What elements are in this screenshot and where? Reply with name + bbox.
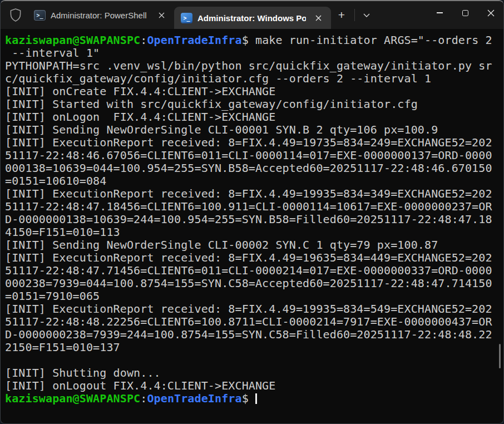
titlebar-drag-region xyxy=(376,1,427,29)
terminal-line: D-0000000138=10639=244=100.954=255=SYN.B… xyxy=(5,213,499,226)
tab-close-icon[interactable] xyxy=(154,8,169,22)
terminal-line: [INIT] onLogout FIX.4.4:CLIENT->EXCHANGE xyxy=(5,379,499,392)
terminal-line: 51117-22:48:48.22256=CLIENT6=100.8711=CL… xyxy=(5,315,499,328)
terminal-line: [INIT] ExecutionReport received: 8=FIX.4… xyxy=(5,136,499,149)
tab-close-icon[interactable] xyxy=(311,11,325,25)
minimize-icon xyxy=(437,12,443,13)
close-button[interactable] xyxy=(478,1,503,24)
terminal-line: [INIT] ExecutionReport received: 8=FIX.4… xyxy=(5,303,499,315)
terminal-line: =0151=10610=084 xyxy=(5,175,499,188)
terminal-output[interactable]: kaziswapan@SWAPANSPC:OpenTradeInfra$ mak… xyxy=(1,29,503,424)
tab-title: Administrator: Windows PowerShell xyxy=(197,13,306,23)
terminal-window: >_ Administrator: PowerShell 7 >_ Admini… xyxy=(0,0,504,424)
close-icon xyxy=(487,9,495,17)
titlebar: >_ Administrator: PowerShell 7 >_ Admini… xyxy=(1,1,503,29)
terminal-line: [INIT] onCreate FIX.4.4:CLIENT->EXCHANGE xyxy=(5,85,499,98)
terminal-line: D-0000000238=7939=244=100.8754=155=SYN.C… xyxy=(5,328,499,341)
chevron-down-icon xyxy=(363,13,370,17)
terminal-line: PYTHONPATH=src .venv_wsl/bin/python src/… xyxy=(5,60,499,72)
admin-shield-icon xyxy=(9,8,22,23)
terminal-line: [INIT] onLogon FIX.4.4:CLIENT->EXCHANGE xyxy=(5,111,499,124)
terminal-line: 000238=7939=044=100.8754=155=SYN.C58=Acc… xyxy=(5,277,499,290)
terminal-line: =0151=7910=065 xyxy=(5,290,499,303)
tab-title: Administrator: PowerShell 7 xyxy=(51,11,149,20)
terminal-line: kaziswapan@SWAPANSPC:OpenTradeInfra$ mak… xyxy=(5,34,499,47)
terminal-line: c/quickfix_gateway/config/initiator.cfg … xyxy=(5,72,499,85)
terminal-line: 51117-22:48:46.67056=CLIENT6=011=CLI-000… xyxy=(5,149,499,162)
scrollbar-thumb[interactable] xyxy=(499,344,501,368)
tab-windows-powershell[interactable]: >_ Administrator: Windows PowerShell xyxy=(174,7,331,29)
terminal-line: 4150=F151=010=113 xyxy=(5,226,499,239)
powershell-dark-icon: >_ xyxy=(34,10,46,21)
tabbar-divider xyxy=(354,9,355,21)
maximize-icon xyxy=(462,10,468,16)
terminal-line: [INIT] Sending NewOrderSingle CLI-00001 … xyxy=(5,124,499,136)
minimize-button[interactable] xyxy=(427,1,452,24)
text-cursor xyxy=(255,393,257,404)
new-tab-button[interactable]: + xyxy=(331,6,352,24)
terminal-line: [INIT] Started with src/quickfix_gateway… xyxy=(5,98,499,111)
tab-dropdown-button[interactable] xyxy=(357,6,376,24)
admin-shield-wrap xyxy=(1,1,27,29)
powershell-blue-icon: >_ xyxy=(181,13,192,23)
terminal-line: 51117-22:48:47.18456=CLIENT6=100.911=CLI… xyxy=(5,200,499,213)
terminal-line: [INIT] Sending NewOrderSingle CLI-00002 … xyxy=(5,239,499,252)
tab-powershell-7[interactable]: >_ Administrator: PowerShell 7 xyxy=(27,1,174,29)
terminal-line xyxy=(5,354,499,367)
terminal-line: 51117-22:48:47.71456=CLIENT6=011=CLI-000… xyxy=(5,264,499,277)
terminal-line: kaziswapan@SWAPANSPC:OpenTradeInfra$ xyxy=(5,392,499,405)
terminal-line: [INIT] ExecutionReport received: 8=FIX.4… xyxy=(5,252,499,264)
terminal-line: 000138=10639=044=100.954=255=SYN.B58=Acc… xyxy=(5,162,499,175)
terminal-line: 2150=F151=010=137 xyxy=(5,341,499,354)
terminal-line: --interval 1" xyxy=(5,47,499,60)
terminal-line: [INIT] Shutting down... xyxy=(5,367,499,379)
terminal-line: [INIT] ExecutionReport received: 8=FIX.4… xyxy=(5,188,499,200)
maximize-button[interactable] xyxy=(452,1,478,24)
